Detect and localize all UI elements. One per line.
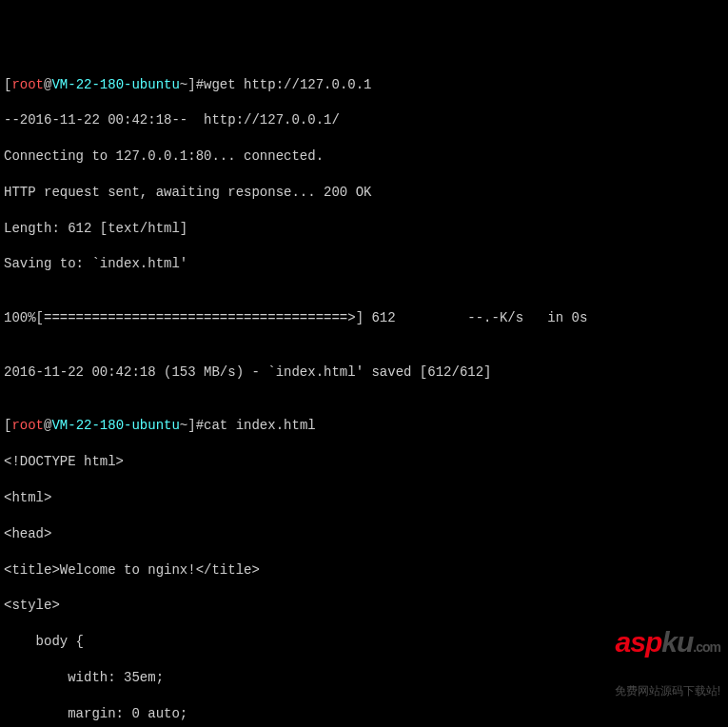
prompt-line-1: [root@VM-22-180-ubuntu~]#wget http://127… (4, 76, 724, 94)
output-line: <!DOCTYPE html> (4, 453, 724, 471)
output-line: Connecting to 127.0.0.1:80... connected. (4, 147, 724, 166)
output-line: Length: 612 [text/html] (4, 220, 724, 238)
command-2[interactable]: cat index.html (204, 418, 316, 433)
command-1[interactable]: wget http://127.0.0.1 (204, 77, 371, 92)
prompt-line-2: [root@VM-22-180-ubuntu~]#cat index.html (4, 417, 724, 435)
watermark-tagline: 免费网站源码下载站! (615, 685, 720, 697)
prompt-path: ~ (180, 418, 187, 433)
prompt-user: root (11, 418, 44, 433)
output-line: <title>Welcome to nginx!</title> (4, 561, 724, 580)
watermark-brand-com: .com (693, 639, 720, 655)
watermark-brand-black: ku (661, 626, 693, 658)
prompt-path: ~ (180, 77, 187, 92)
prompt-close: ]# (187, 77, 204, 92)
output-line: 100%[===================================… (4, 309, 724, 327)
watermark: aspku.com 免费网站源码下载站! (615, 601, 720, 710)
prompt-host: VM-22-180-ubuntu (51, 418, 179, 433)
output-line: --2016-11-22 00:42:18-- http://127.0.0.1… (4, 111, 724, 129)
prompt-user: root (11, 77, 44, 92)
watermark-brand-red: asp (616, 626, 662, 658)
prompt-close: ]# (187, 418, 204, 433)
watermark-brand: aspku.com (615, 628, 720, 657)
output-line: <html> (4, 489, 724, 507)
output-line: <head> (4, 525, 724, 543)
output-line: Saving to: `index.html' (4, 255, 724, 273)
output-line: HTTP request sent, awaiting response... … (4, 184, 724, 202)
output-line: 2016-11-22 00:42:18 (153 MB/s) - `index.… (4, 364, 724, 382)
prompt-host: VM-22-180-ubuntu (51, 77, 179, 92)
